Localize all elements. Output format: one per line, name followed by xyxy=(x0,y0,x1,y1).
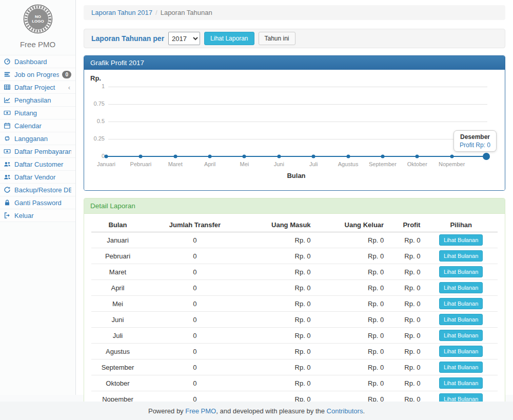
dashboard-icon xyxy=(3,57,11,66)
sidebar-item-job-on-progress[interactable]: Job on Progress0 xyxy=(0,68,75,81)
sidebar-item-daftar-project[interactable]: Daftar Project‹ xyxy=(0,81,75,93)
chart-point-desember[interactable] xyxy=(483,153,490,160)
table-row-maret: Maret0Rp. 0Rp. 0Rp. 0Lihat Bulanan xyxy=(91,264,498,280)
detail-panel-title: Detail Laporan xyxy=(84,198,505,214)
sidebar-item-label: Ganti Password xyxy=(14,199,71,207)
chart-gridline xyxy=(108,122,487,122)
sidebar-item-calendar[interactable]: Calendar xyxy=(0,119,75,132)
cell-uang-masuk: Rp. 0 xyxy=(246,296,315,312)
report-filter-bar: Laporan Tahunan per 2017 Lihat Laporan T… xyxy=(84,29,505,48)
table-row-oktober: Oktober0Rp. 0Rp. 0Rp. 0Lihat Bulanan xyxy=(91,375,498,391)
cell-bulan: Maret xyxy=(91,264,144,280)
chart-point-april[interactable] xyxy=(208,155,212,158)
chart-point-nopember[interactable] xyxy=(450,155,453,158)
sidebar-item-keluar[interactable]: Keluar xyxy=(0,209,75,222)
chart-point-pebruari[interactable] xyxy=(139,155,143,158)
breadcrumb-separator: / xyxy=(155,9,157,16)
header-uang-masuk: Uang Masuk xyxy=(246,218,315,232)
cell-jumlah-transfer: 0 xyxy=(144,280,246,296)
sidebar-menu: DashboardJob on Progress0Daftar Project‹… xyxy=(0,55,75,222)
app-window: NO LOGO Free PMO DashboardJob on Progres… xyxy=(0,0,513,395)
cell-profit: Rp. 0 xyxy=(388,296,424,312)
sidebar-item-ganti-password[interactable]: Ganti Password xyxy=(0,196,75,209)
sidebar-item-penghasilan[interactable]: Penghasilan xyxy=(0,93,75,106)
sidebar-item-label: Dashboard xyxy=(14,58,71,66)
sidebar-item-dashboard[interactable]: Dashboard xyxy=(0,55,75,68)
profit-line-chart: Rp. Desember Profit Rp: 0 10.750.50.250J… xyxy=(84,70,505,190)
lihat-bulanan-button[interactable]: Lihat Bulanan xyxy=(439,266,483,277)
sidebar-item-label: Penghasilan xyxy=(14,96,71,104)
cell-uang-masuk: Rp. 0 xyxy=(246,232,315,248)
money-icon xyxy=(3,109,11,117)
chart-point-juni[interactable] xyxy=(277,155,281,158)
lihat-bulanan-button[interactable]: Lihat Bulanan xyxy=(439,377,483,389)
cell-bulan: September xyxy=(91,359,144,375)
sidebar-item-daftar-pembayaran[interactable]: Daftar Pembayaran xyxy=(0,145,75,157)
chart-point-mei[interactable] xyxy=(243,155,246,158)
chart-point-juli[interactable] xyxy=(312,155,315,158)
table-row-januari: Januari0Rp. 0Rp. 0Rp. 0Lihat Bulanan xyxy=(91,232,498,248)
chart-point-januari[interactable] xyxy=(105,155,108,158)
contributors-link[interactable]: Contributors xyxy=(327,407,363,415)
svg-text:LOGO: LOGO xyxy=(32,19,44,24)
chart-point-maret[interactable] xyxy=(173,155,177,158)
detail-report-panel: Detail Laporan Bulan Jumlah Transfer Uan… xyxy=(84,198,505,420)
svg-text:NO: NO xyxy=(35,14,41,19)
lihat-bulanan-button[interactable]: Lihat Bulanan xyxy=(439,234,483,246)
breadcrumb: Laporan Tahun 2017/Laporan Tahunan xyxy=(84,5,505,20)
table-icon xyxy=(3,83,11,91)
sidebar-item-daftar-customer[interactable]: Daftar Customer xyxy=(0,157,75,170)
lock-icon xyxy=(3,198,11,207)
y-axis-tick: 1 xyxy=(84,83,105,89)
sidebar-item-piutang[interactable]: Piutang xyxy=(0,106,75,119)
no-logo-badge: NO LOGO xyxy=(23,4,53,34)
cell-bulan: April xyxy=(91,280,144,296)
cell-bulan: Pebruari xyxy=(91,248,144,264)
lihat-bulanan-button[interactable]: Lihat Bulanan xyxy=(439,330,483,341)
cell-profit: Rp. 0 xyxy=(388,328,424,344)
lihat-bulanan-button[interactable]: Lihat Bulanan xyxy=(439,362,483,373)
y-axis-tick: 0.25 xyxy=(84,135,105,142)
cell-bulan: Juni xyxy=(91,312,144,328)
chart-point-september[interactable] xyxy=(381,155,384,158)
cell-profit: Rp. 0 xyxy=(388,280,424,296)
lihat-bulanan-button[interactable]: Lihat Bulanan xyxy=(439,346,483,357)
tooltip-month: Desember xyxy=(460,133,490,141)
breadcrumb-link-laporan-tahun[interactable]: Laporan Tahun 2017 xyxy=(91,9,152,16)
lihat-bulanan-button[interactable]: Lihat Bulanan xyxy=(439,282,483,293)
users-icon xyxy=(3,173,11,181)
tahun-ini-button[interactable]: Tahun ini xyxy=(259,32,295,45)
x-axis-tick: Agustus xyxy=(338,161,359,167)
chevron-left-icon: ‹ xyxy=(68,84,71,91)
cell-uang-masuk: Rp. 0 xyxy=(246,328,315,344)
cell-jumlah-transfer: 0 xyxy=(144,328,246,344)
x-axis-tick: September xyxy=(369,161,397,167)
chart-gridline xyxy=(108,87,487,87)
cell-profit: Rp. 0 xyxy=(388,375,424,391)
main-content: Laporan Tahun 2017/Laporan Tahunan Lapor… xyxy=(76,0,513,395)
chart-point-oktober[interactable] xyxy=(416,155,419,158)
sidebar-item-langganan[interactable]: Langganan xyxy=(0,132,75,145)
year-select[interactable]: 2017 xyxy=(168,32,200,45)
sidebar-item-backup-restore-db[interactable]: Backup/Restore DB xyxy=(0,183,75,196)
x-axis-tick: April xyxy=(204,161,215,167)
cell-jumlah-transfer: 0 xyxy=(144,248,246,264)
free-pmo-link[interactable]: Free PMO xyxy=(185,407,216,415)
lihat-bulanan-button[interactable]: Lihat Bulanan xyxy=(439,298,483,309)
y-axis-tick: 0.5 xyxy=(84,118,105,124)
cell-uang-keluar: Rp. 0 xyxy=(315,375,388,391)
sidebar-item-label: Daftar Customer xyxy=(14,161,71,168)
sidebar-item-label: Backup/Restore DB xyxy=(14,186,71,194)
lihat-laporan-button[interactable]: Lihat Laporan xyxy=(204,32,254,45)
lihat-bulanan-button[interactable]: Lihat Bulanan xyxy=(439,250,483,262)
header-bulan: Bulan xyxy=(91,218,144,232)
chart-point-agustus[interactable] xyxy=(346,155,350,158)
table-row-mei: Mei0Rp. 0Rp. 0Rp. 0Lihat Bulanan xyxy=(91,296,498,312)
brand-name: Free PMO xyxy=(0,38,75,55)
breadcrumb-current: Laporan Tahunan xyxy=(161,9,212,16)
cell-uang-keluar: Rp. 0 xyxy=(315,248,388,264)
sidebar-item-daftar-vendor[interactable]: Daftar Vendor xyxy=(0,170,75,183)
lihat-bulanan-button[interactable]: Lihat Bulanan xyxy=(439,314,483,325)
x-axis-tick: Juli xyxy=(309,161,318,167)
sidebar-item-label: Langganan xyxy=(14,135,71,143)
